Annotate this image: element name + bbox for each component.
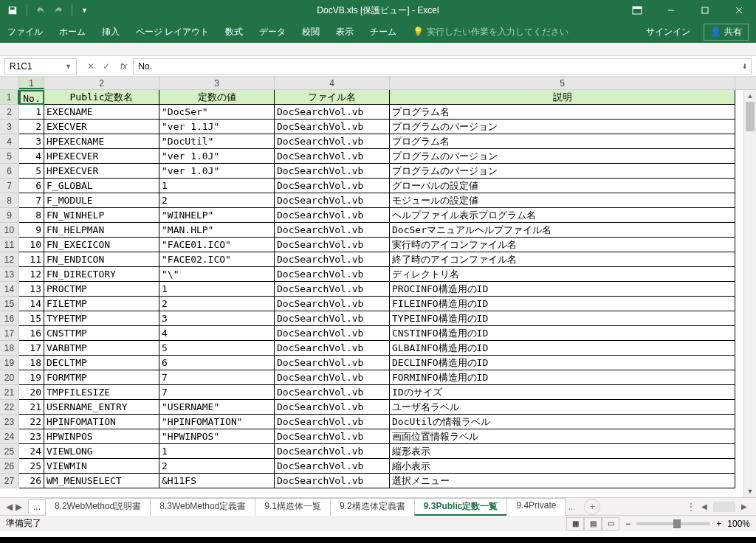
cell[interactable]: DocSearchVol.vb (275, 415, 390, 429)
cell[interactable]: DocSearchVol.vb (275, 282, 390, 297)
cell[interactable]: "ver 1.1J" (159, 120, 275, 134)
row-header[interactable]: 13 (0, 267, 19, 282)
cell[interactable]: "DocSer" (159, 105, 275, 120)
row-header[interactable]: 20 (0, 370, 19, 385)
sign-in-link[interactable]: サインイン (646, 26, 690, 38)
sheet-tab[interactable]: 9.4Private (506, 498, 566, 516)
chevron-down-icon[interactable]: ▼ (65, 63, 72, 70)
ribbon-tab-view[interactable]: 表示 (336, 26, 354, 38)
sheet-tab[interactable]: 9.2構造体定義書 (330, 498, 415, 516)
vertical-scrollbar[interactable]: ▲ ▼ (743, 90, 756, 497)
zoom-out-button[interactable]: − (625, 519, 630, 529)
enter-icon[interactable]: ✓ (103, 61, 110, 72)
cell[interactable]: EXECNAME (44, 105, 159, 120)
close-button[interactable] (722, 0, 756, 21)
cell[interactable]: No. (19, 90, 44, 105)
ribbon-tab-team[interactable]: チーム (370, 26, 396, 38)
cell[interactable]: 24 (19, 444, 44, 459)
cell[interactable]: "HPWINPOS" (159, 429, 275, 444)
cell[interactable]: 終了時のアイコンファイル名 (390, 252, 735, 267)
cell[interactable]: DocSearchVol.vb (275, 474, 390, 488)
cell[interactable]: EXECVER (44, 120, 159, 134)
row-header[interactable]: 18 (0, 341, 19, 356)
cell[interactable]: 5 (19, 164, 44, 179)
sheet-nav-next-icon[interactable]: ▶ (16, 502, 22, 512)
ribbon-tab-review[interactable]: 校閲 (302, 26, 320, 38)
cell[interactable]: "WINHELP" (159, 208, 275, 223)
cell[interactable]: 15 (19, 311, 44, 326)
ribbon-display-icon[interactable] (620, 0, 654, 21)
cell[interactable]: DocUtilの情報ラベル (390, 415, 735, 429)
cell[interactable]: DocSearchVol.vb (275, 134, 390, 149)
cell[interactable]: IDのサイズ (390, 385, 735, 400)
cell[interactable]: 12 (19, 267, 44, 282)
hscroll-left-icon[interactable]: ◀ (698, 502, 710, 511)
cell[interactable]: VIEWMIN (44, 459, 159, 474)
cell[interactable]: 8 (19, 208, 44, 223)
col-header[interactable]: 4 (275, 77, 390, 89)
hscroll-right-icon[interactable]: ▶ (738, 502, 750, 511)
scroll-down-icon[interactable]: ▼ (744, 485, 756, 497)
cell[interactable]: DocSerマニュアルヘルプファイル名 (390, 223, 735, 238)
row-header[interactable]: 19 (0, 356, 19, 370)
cell[interactable]: プログラム名 (390, 105, 735, 120)
cell[interactable]: ディレクトリ名 (390, 267, 735, 282)
cell[interactable]: 縮小表示 (390, 459, 735, 474)
ribbon-tab-insert[interactable]: 挿入 (102, 26, 120, 38)
row-header[interactable]: 25 (0, 444, 19, 459)
cell[interactable]: 説明 (390, 90, 735, 105)
cell[interactable]: F_GLOBAL (44, 179, 159, 193)
share-button[interactable]: 👤 共有 (704, 24, 749, 41)
scrollbar-thumb[interactable] (746, 102, 755, 131)
cell[interactable]: DocSearchVol.vb (275, 326, 390, 341)
cell[interactable]: "DocUtil" (159, 134, 275, 149)
cell[interactable]: DocSearchVol.vb (275, 193, 390, 208)
cell[interactable]: CNSTTMP (44, 326, 159, 341)
cell[interactable]: 23 (19, 429, 44, 444)
cell[interactable]: 7 (19, 193, 44, 208)
cell[interactable]: 1 (159, 444, 275, 459)
view-page-break-icon[interactable]: ▭ (602, 517, 619, 530)
cell[interactable]: 6 (19, 179, 44, 193)
cell[interactable]: DocSearchVol.vb (275, 238, 390, 252)
cell[interactable]: 縦形表示 (390, 444, 735, 459)
sheet-tab[interactable]: 8.2WebMethod説明書 (45, 498, 151, 516)
cell[interactable]: "ver 1.0J" (159, 164, 275, 179)
cell[interactable]: HPEXECVER (44, 164, 159, 179)
cancel-icon[interactable]: ✕ (87, 61, 94, 72)
cell[interactable]: DocSearchVol.vb (275, 459, 390, 474)
cell[interactable]: プログラムのバージョン (390, 149, 735, 164)
cell[interactable]: DocSearchVol.vb (275, 341, 390, 356)
cell[interactable]: プログラム名 (390, 134, 735, 149)
cell[interactable]: "MAN.HLP" (159, 223, 275, 238)
cell[interactable]: 実行時のアイコンファイル名 (390, 238, 735, 252)
cell[interactable]: &H11FS (159, 474, 275, 488)
cell[interactable]: 16 (19, 326, 44, 341)
cell[interactable]: プログラムのバージョン (390, 164, 735, 179)
sheet-tab[interactable]: 9.3Public定数一覧 (414, 498, 508, 516)
cell[interactable]: CNSTINFO構造用のID (390, 326, 735, 341)
cell[interactable]: DocSearchVol.vb (275, 267, 390, 282)
sheet-tab[interactable]: 9.1構造体一覧 (255, 498, 331, 516)
cell[interactable]: "ver 1.0J" (159, 149, 275, 164)
row-header[interactable]: 6 (0, 164, 19, 179)
cell[interactable]: VARBTMP (44, 341, 159, 356)
col-header[interactable]: 1 (19, 77, 44, 89)
row-header[interactable]: 8 (0, 193, 19, 208)
cell[interactable]: 20 (19, 385, 44, 400)
col-header[interactable]: 5 (390, 77, 735, 89)
formula-expand-icon[interactable]: ⬇ (742, 63, 748, 70)
cell[interactable]: DocSearchVol.vb (275, 400, 390, 415)
cell[interactable]: DocSearchVol.vb (275, 149, 390, 164)
cell[interactable]: 1 (159, 282, 275, 297)
cell[interactable]: ユーザ名ラベル (390, 400, 735, 415)
new-sheet-button[interactable]: + (584, 499, 600, 515)
minimize-button[interactable] (654, 0, 688, 21)
cell[interactable]: DECLINFO構造用のID (390, 356, 735, 370)
cell[interactable]: プログラムのバージョン (390, 120, 735, 134)
cell[interactable]: 2 (159, 459, 275, 474)
row-header[interactable]: 24 (0, 429, 19, 444)
redo-icon[interactable] (52, 5, 63, 15)
save-icon[interactable] (7, 5, 18, 15)
name-box[interactable]: R1C1 ▼ (4, 58, 77, 75)
